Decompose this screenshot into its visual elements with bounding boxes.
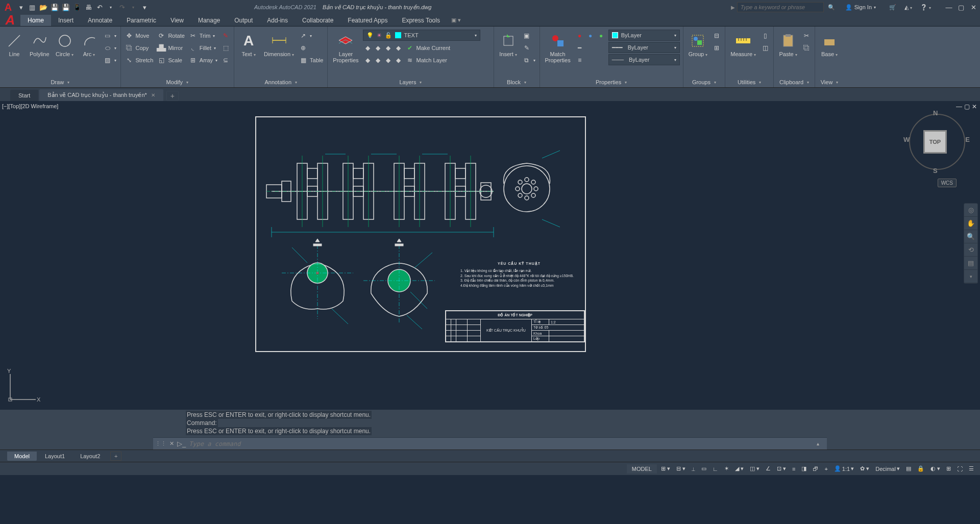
lineweight-icons[interactable]: ≡ (575, 54, 606, 66)
tab-manage[interactable]: Manage (191, 15, 227, 26)
nav-showmotion-icon[interactable]: ▤ (964, 257, 977, 270)
new-icon[interactable]: ▥ (28, 3, 37, 12)
panel-annotation-label[interactable]: Annotation (237, 77, 324, 87)
panel-view-label[interactable]: View (818, 77, 841, 87)
app-logo-small[interactable]: A (2, 1, 14, 13)
close-tab-icon[interactable]: ✕ (151, 92, 155, 98)
panel-clipboard-label[interactable]: Clipboard (777, 77, 812, 87)
rotate-button[interactable]: ⟳Rotate (156, 30, 185, 42)
array-button[interactable]: ⊞Array▾ (188, 54, 218, 66)
viewport[interactable]: [−][Top][2D Wireframe] — ▢ ✕ N E S W TOP… (0, 101, 980, 410)
wcs-label[interactable]: WCS (938, 179, 957, 187)
cube-south[interactable]: S (933, 167, 938, 174)
close-icon[interactable]: ✕ (969, 3, 978, 12)
tab-insert[interactable]: Insert (51, 15, 81, 26)
tab-home[interactable]: Home (20, 15, 51, 26)
status-quickprop-icon[interactable]: ▤ (904, 464, 913, 473)
status-annoscale-icon[interactable]: 👤 1:1 ▾ (832, 464, 856, 473)
group-button[interactable]: Group (687, 30, 710, 59)
color-dropdown[interactable]: ByLayer▾ (608, 30, 680, 41)
panel-block-label[interactable]: Block (497, 77, 536, 87)
menu-dropdown-icon[interactable]: ▾ (16, 3, 26, 12)
plot-icon[interactable]: 🖶 (84, 3, 93, 12)
dimension-button[interactable]: Dimension (262, 30, 296, 59)
panel-layers-label[interactable]: Layers (331, 77, 490, 87)
text-button[interactable]: AText (237, 30, 260, 59)
panel-properties-label[interactable]: Properties (543, 77, 680, 87)
fillet-button[interactable]: ◟Fillet▾ (188, 42, 218, 54)
open-icon[interactable]: 📂 (39, 3, 48, 12)
layout-tab-1[interactable]: Layout1 (38, 452, 72, 461)
search-icon[interactable]: 🔍 (826, 2, 837, 13)
cmd-handle-icon[interactable]: ⋮⋮ (155, 440, 166, 447)
layout-tab-2[interactable]: Layout2 (73, 452, 107, 461)
measure-button[interactable]: Measure (728, 30, 758, 59)
erase-button[interactable]: ✎ (220, 30, 231, 42)
save-icon[interactable]: 💾 (50, 3, 59, 12)
tab-parametric[interactable]: Parametric (119, 15, 163, 26)
add-layout-button[interactable]: + (110, 452, 121, 461)
hatch-button[interactable]: ▨▾ (103, 54, 117, 66)
scale-button[interactable]: ◱Scale (156, 54, 185, 66)
base-button[interactable]: Base (818, 30, 841, 59)
status-osnap-icon[interactable]: ◫ ▾ (748, 464, 762, 473)
explode-button[interactable]: ⬚ (220, 42, 231, 54)
add-tab-button[interactable]: + (166, 91, 179, 101)
layer-ico-row1[interactable]: ◆◆◆◆ (363, 42, 404, 54)
status-hwacc-icon[interactable]: ⊞ (944, 464, 953, 473)
restore-icon[interactable]: ▢ (957, 3, 966, 12)
panel-modify-label[interactable]: Modify (124, 77, 231, 87)
status-ortho-icon[interactable]: ∟ (710, 465, 720, 473)
vp-restore-icon[interactable]: ▢ (964, 103, 970, 110)
leader-button[interactable]: ↗▾ (298, 30, 324, 42)
status-dyninput-icon[interactable]: ▭ (699, 464, 708, 473)
trim-button[interactable]: ✂Trim▾ (188, 30, 218, 42)
command-input[interactable] (189, 440, 814, 447)
autodesk-app-icon[interactable]: ◭ (904, 4, 912, 11)
redo-dd-icon[interactable]: ▾ (129, 3, 138, 12)
status-customize-icon[interactable]: ☰ (967, 464, 976, 473)
lineweight-dropdown[interactable]: ━━━ByLayer▾ (608, 42, 680, 53)
help-icon[interactable]: ❔ (920, 4, 931, 11)
mirror-button[interactable]: ▟▙Mirror (156, 42, 185, 54)
signin-button[interactable]: 👤 Sign In ▾ (845, 4, 876, 11)
centermark-button[interactable]: ⊕ (298, 42, 324, 54)
status-model[interactable]: MODEL (627, 464, 657, 473)
undo-icon[interactable]: ↶ (95, 3, 104, 12)
nav-wheel-icon[interactable]: ◎ (964, 204, 977, 217)
tab-output[interactable]: Output (227, 15, 260, 26)
view-cube[interactable]: N E S W TOP (906, 111, 968, 172)
stretch-button[interactable]: ⤡Stretch (124, 54, 155, 66)
nav-expand-icon[interactable]: ▾ (964, 270, 977, 283)
cmd-close-icon[interactable]: ✕ (169, 440, 174, 447)
status-gear-icon[interactable]: ✿ ▾ (858, 464, 871, 473)
paste-button[interactable]: Paste (777, 30, 799, 59)
tab-collaborate[interactable]: Collaborate (295, 15, 340, 26)
undo-dd-icon[interactable]: ▾ (106, 3, 115, 12)
polyline-button[interactable]: Polyline (28, 30, 52, 59)
cut-button[interactable]: ✂ (801, 30, 812, 42)
saveas-icon[interactable]: 💾 (61, 3, 70, 12)
status-iso-icon[interactable]: ◢ ▾ (733, 464, 746, 473)
make-current-button[interactable]: ✔Make Current (405, 42, 452, 54)
tab-extra-icon[interactable]: ▣ ▾ (451, 17, 461, 23)
count-button[interactable]: ◫ (760, 42, 770, 54)
nav-zoom-icon[interactable]: 🔍 (964, 230, 977, 243)
status-cleanscreen-icon[interactable]: ⛶ (955, 465, 965, 473)
status-units[interactable]: Decimal ▾ (873, 464, 902, 473)
qat-dd-icon[interactable]: ▾ (140, 3, 149, 12)
nav-orbit-icon[interactable]: ⟲ (964, 243, 977, 257)
rect-button[interactable]: ▭▾ (103, 30, 117, 42)
viewport-label[interactable]: [−][Top][2D Wireframe] (2, 103, 58, 109)
tab-featuredapps[interactable]: Featured Apps (340, 15, 395, 26)
status-lockui-icon[interactable]: 🔒 (915, 464, 926, 473)
tab-expresstools[interactable]: Express Tools (395, 15, 447, 26)
match-layer-button[interactable]: ≋Match Layer (405, 54, 452, 66)
circle-button[interactable]: Circle (54, 30, 76, 59)
file-tab-start[interactable]: Start (10, 90, 38, 101)
match-properties-button[interactable]: Match Properties (543, 30, 573, 65)
status-snap-icon[interactable]: ⊟ ▾ (674, 464, 688, 473)
status-infer-icon[interactable]: ⟂ (690, 465, 697, 473)
ungroup-button[interactable]: ⊟ (712, 30, 722, 42)
edit-block-button[interactable]: ✎ (522, 42, 536, 54)
